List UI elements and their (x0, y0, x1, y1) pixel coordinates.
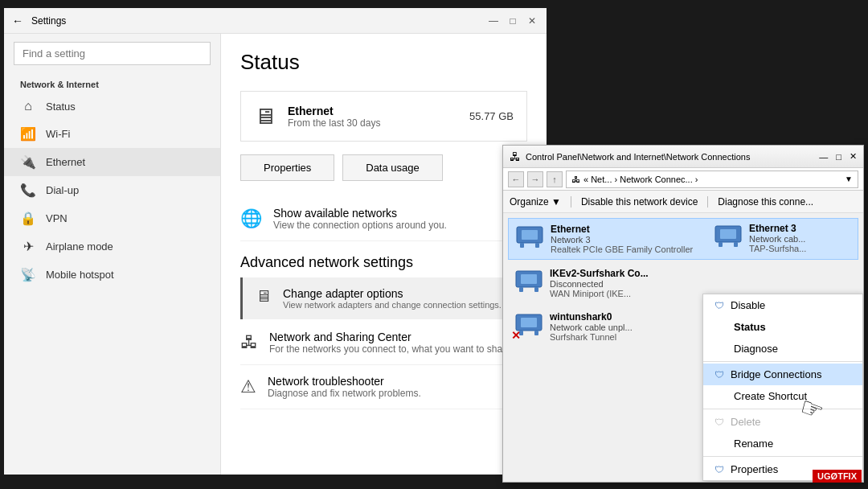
show-networks-info: Show available networks View the connect… (273, 207, 447, 231)
window-title: Settings (31, 15, 487, 27)
ctx-disable[interactable]: 🛡 Disable (703, 294, 862, 316)
eth3-net-type: Network cab... (749, 234, 806, 244)
sidebar-item-wifi[interactable]: 📶 Wi-Fi (4, 120, 220, 148)
sidebar-label-hotspot: Mobile hotspot (46, 269, 114, 281)
data-usage-button[interactable]: Data usage (342, 154, 443, 181)
svg-rect-7 (534, 287, 538, 292)
sidebar-label-status: Status (46, 101, 76, 113)
control-panel-window: 🖧 Control Panel\Network and Internet\Net… (502, 145, 864, 483)
page-title: Status (240, 50, 527, 75)
ctx-properties-label: Properties (731, 463, 778, 475)
home-icon: ⌂ (20, 99, 36, 113)
sharing-icon: 🖧 (240, 332, 258, 353)
cp-right-panel: Ethernet 3 Network cab... TAP-Surfsha... (702, 213, 863, 263)
sharing-sub: For the networks you connect to, what yo… (269, 343, 510, 355)
eth3-net-adapter: TAP-Surfsha... (749, 244, 806, 253)
status-card: 🖥 Ethernet From the last 30 days 55.77 G… (240, 91, 527, 142)
properties-button[interactable]: Properties (240, 154, 334, 181)
error-x-icon: ✕ (511, 329, 521, 342)
cp-close-btn[interactable]: ✕ (850, 151, 857, 162)
search-container (14, 42, 211, 65)
adapter-option-sub: View network adapters and change connect… (283, 300, 502, 310)
wintun-net-name: wintunshark0 (550, 311, 633, 323)
show-networks-option[interactable]: 🌐 Show available networks View the conne… (240, 197, 527, 241)
ctx-rename[interactable]: Rename (703, 433, 862, 454)
ctx-shortcut[interactable]: Create Shortcut (703, 385, 862, 407)
dialup-icon: 📞 (20, 183, 36, 198)
cp-organize-btn[interactable]: Organize ▼ (510, 196, 561, 208)
svg-rect-15 (734, 242, 738, 247)
hotspot-icon: 📡 (20, 267, 36, 282)
sidebar-item-status[interactable]: ⌂ Status (4, 92, 220, 120)
back-button[interactable]: ← (12, 14, 23, 27)
sharing-title: Network and Sharing Center (269, 331, 510, 343)
cp-address-icon: 🖧 (571, 175, 580, 184)
cp-minimize-btn[interactable]: — (819, 152, 828, 162)
shield-disable-icon: 🛡 (714, 300, 724, 311)
adapter-option-title: Change adapter options (283, 287, 502, 300)
ethernet-name: Ethernet (288, 105, 458, 117)
troubleshooter-option[interactable]: ⚠ Network troubleshooter Diagnose and fi… (240, 365, 527, 409)
settings-window: ← Settings — □ ✕ Network & Internet ⌂ St… (4, 8, 547, 475)
svg-rect-9 (521, 318, 537, 327)
cp-up-btn[interactable]: ↑ (547, 171, 563, 187)
toolbar-separator (571, 196, 571, 208)
sharing-center-option[interactable]: 🖧 Network and Sharing Center For the net… (240, 321, 527, 365)
cp-toolbar: Organize ▼ Disable this network device D… (503, 191, 863, 213)
wintun-item-info: wintunshark0 Network cable unpl... Surfs… (550, 311, 633, 342)
context-menu: 🛡 Disable Status Diagnose 🛡 Bridge Conne… (702, 294, 863, 481)
sidebar: Network & Internet ⌂ Status 📶 Wi-Fi 🔌 Et… (4, 34, 221, 475)
ikev2-network-icon (514, 268, 543, 294)
sidebar-label-airplane: Airplane mode (46, 240, 113, 253)
cp-breadcrumb: « Net... › Network Connec... › (583, 175, 698, 184)
maximize-button[interactable]: □ (506, 14, 519, 27)
search-input[interactable] (14, 42, 211, 65)
svg-rect-3 (535, 243, 539, 248)
ctx-diagnose[interactable]: Diagnose (703, 338, 862, 360)
ethernet-net-adapter: Realtek PCIe GBE Family Controller (551, 244, 693, 254)
wifi-icon: 📶 (20, 126, 36, 142)
ctx-diagnose-label: Diagnose (734, 343, 778, 355)
cp-dropdown-icon[interactable]: ▼ (845, 175, 853, 183)
ethernet-net-name: Ethernet (551, 224, 693, 235)
ctx-sep3 (703, 456, 862, 457)
cp-address-bar[interactable]: 🖧 « Net... › Network Connec... › ▼ (566, 171, 858, 188)
adapter-icon: 🖥 (256, 287, 272, 306)
sidebar-label-wifi: Wi-Fi (46, 128, 70, 140)
sidebar-item-vpn[interactable]: 🔒 VPN (4, 204, 220, 232)
adapter-options-item[interactable]: 🖥 Change adapter options View network ad… (240, 277, 527, 319)
main-content: Status 🖥 Ethernet From the last 30 days … (221, 34, 547, 475)
svg-rect-11 (534, 331, 538, 335)
window-controls: — □ ✕ (487, 14, 538, 27)
status-buttons: Properties Data usage (240, 154, 527, 181)
cp-forward-btn[interactable]: → (527, 171, 543, 187)
ethernet-item-icon-wrapper (515, 224, 544, 253)
sidebar-label-vpn: VPN (46, 212, 68, 224)
vpn-icon: 🔒 (20, 211, 36, 226)
ctx-status[interactable]: Status (703, 316, 862, 338)
ctx-sep2 (703, 409, 862, 409)
cp-diagnose-btn[interactable]: Diagnose this conne... (718, 196, 813, 208)
cp-network-eth3[interactable]: Ethernet 3 Network cab... TAP-Surfsha... (707, 218, 858, 258)
ctx-rename-label: Rename (734, 438, 773, 450)
globe-icon: 🌐 (240, 208, 262, 229)
ethernet-icon: 🔌 (20, 154, 36, 170)
sidebar-item-airplane[interactable]: ✈ Airplane mode (4, 232, 220, 261)
adapter-option-info: Change adapter options View network adap… (283, 287, 502, 310)
ctx-bridge[interactable]: 🛡 Bridge Connections (703, 364, 862, 385)
wintun-net-adapter: Surfshark Tunnel (550, 332, 633, 342)
cp-icon: 🖧 (510, 150, 521, 163)
ikev2-net-name: IKEv2-Surfshark Co... (550, 268, 649, 279)
sidebar-item-hotspot[interactable]: 📡 Mobile hotspot (4, 261, 220, 289)
sidebar-item-dialup[interactable]: 📞 Dial-up (4, 176, 220, 204)
cp-disable-btn[interactable]: Disable this network device (581, 196, 698, 208)
minimize-button[interactable]: — (487, 14, 500, 27)
cp-nav-bar: ← → ↑ 🖧 « Net... › Network Connec... › ▼ (503, 168, 863, 191)
svg-rect-1 (522, 230, 538, 240)
cp-maximize-btn[interactable]: □ (836, 152, 841, 162)
cp-back-btn[interactable]: ← (508, 171, 524, 187)
settings-body: Network & Internet ⌂ Status 📶 Wi-Fi 🔌 Et… (4, 34, 547, 475)
shield-delete-icon: 🛡 (714, 417, 724, 428)
close-button[interactable]: ✕ (526, 14, 538, 27)
sidebar-item-ethernet[interactable]: 🔌 Ethernet (4, 148, 220, 176)
